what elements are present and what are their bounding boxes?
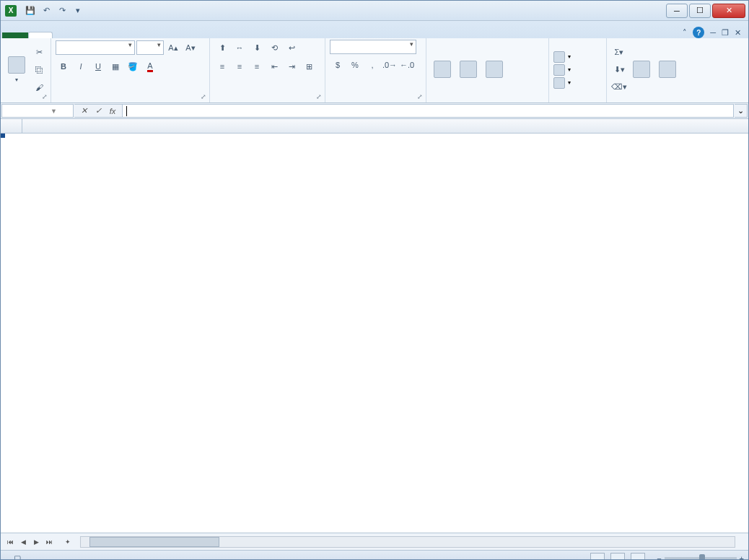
conditional-formatting-button[interactable] [431,59,454,81]
first-sheet-button[interactable]: ⏮ [4,535,17,548]
border-button[interactable]: ▦ [108,58,123,74]
doc-minimize-icon[interactable]: ─ [710,28,716,37]
tab-view[interactable] [168,32,191,38]
tab-addins[interactable] [191,32,214,38]
format-table-button[interactable] [457,59,480,81]
help-icon[interactable]: ? [693,27,704,38]
new-sheet-button[interactable]: ✦ [61,535,74,548]
decrease-indent-button[interactable]: ⇤ [266,58,282,74]
tab-review[interactable] [145,32,168,38]
doc-restore-icon[interactable]: ❐ [722,28,729,38]
alignment-launcher-icon[interactable]: ⤢ [315,92,323,101]
fill-color-button[interactable]: 🪣 [125,58,141,74]
ribbon-minimize-icon[interactable]: ˄ [683,28,687,38]
pagebreak-view-button[interactable] [631,553,645,561]
enter-formula-button[interactable]: ✓ [92,105,105,118]
group-number [330,100,421,101]
align-center-button[interactable]: ≡ [232,58,248,74]
fill-button[interactable]: ⬇▾ [611,62,627,78]
expand-formula-icon[interactable]: ⌄ [735,104,748,118]
zoom-slider[interactable] [665,557,737,560]
group-styles [431,100,544,101]
percent-button[interactable]: % [347,57,363,73]
horizontal-scrollbar[interactable] [80,536,735,548]
autosum-button[interactable]: Σ▾ [611,45,627,61]
select-all-corner[interactable] [1,119,22,133]
zoom-in-button[interactable]: + [740,554,744,561]
normal-view-button[interactable] [590,553,605,561]
scroll-thumb[interactable] [89,537,219,547]
tab-data[interactable] [122,32,145,38]
cancel-formula-button[interactable]: ✕ [77,105,90,118]
group-font [56,100,205,101]
paste-button[interactable]: ▾ [5,55,28,84]
sort-filter-button[interactable] [630,59,653,81]
font-name-select[interactable] [56,40,135,55]
tab-expector[interactable] [284,32,307,38]
tab-pagelayout[interactable] [76,32,99,38]
orientation-button[interactable]: ⟲ [266,40,282,56]
insert-function-button[interactable]: fx [106,105,119,118]
currency-button[interactable]: $ [330,57,346,73]
italic-button[interactable]: I [73,58,89,74]
pagelayout-view-button[interactable] [610,553,625,561]
tab-bumblebee[interactable] [260,32,284,38]
qat-undo-icon[interactable]: ↶ [39,4,53,18]
decrease-decimal-button[interactable]: ←.0 [399,57,415,73]
formula-bar: ▼ ✕ ✓ fx ⌄ [1,103,748,119]
increase-indent-button[interactable]: ⇥ [284,58,299,74]
tab-loadtest[interactable] [237,32,260,38]
minimize-button[interactable]: ─ [666,4,688,18]
decrease-font-button[interactable]: A▾ [183,40,198,56]
prev-sheet-button[interactable]: ◀ [17,535,30,548]
increase-font-button[interactable]: A▴ [165,40,181,56]
table-icon [460,61,477,78]
qat-customize-icon[interactable]: ▾ [71,4,85,18]
clipboard-launcher-icon[interactable]: ⤢ [40,92,49,101]
delete-cells-button[interactable]: ▾ [553,64,571,76]
increase-decimal-button[interactable]: .0→ [382,57,398,73]
selection-range [1,134,2,135]
clear-button[interactable]: ⌫▾ [611,79,627,95]
formula-input[interactable] [123,104,734,118]
align-middle-button[interactable]: ↔ [232,40,248,56]
align-top-button[interactable]: ⬆ [214,40,230,56]
tab-home[interactable] [28,32,53,38]
comma-button[interactable]: , [364,57,380,73]
maximize-button[interactable]: ☐ [689,4,711,18]
qat-redo-icon[interactable]: ↷ [55,4,69,18]
align-bottom-button[interactable]: ⬇ [249,40,265,56]
font-size-select[interactable] [136,40,164,55]
last-sheet-button[interactable]: ⏭ [43,535,56,548]
align-right-button[interactable]: ≡ [249,58,265,74]
align-left-button[interactable]: ≡ [214,58,230,74]
bold-button[interactable]: B [56,58,71,74]
cell-styles-button[interactable] [483,59,506,81]
underline-button[interactable]: U [90,58,106,74]
number-format-select[interactable] [330,40,416,54]
find-select-button[interactable] [656,59,679,81]
tab-insert[interactable] [53,32,76,38]
insert-cells-button[interactable]: ▾ [553,51,571,63]
merge-button[interactable]: ⊞ [301,58,317,74]
number-launcher-icon[interactable]: ⤢ [416,92,424,101]
wrap-text-button[interactable]: ↩ [284,40,299,56]
tab-formulas[interactable] [99,32,122,38]
find-icon [659,61,676,78]
name-box[interactable]: ▼ [1,104,74,118]
zoom-out-button[interactable]: − [657,554,661,561]
format-cells-button[interactable]: ▾ [553,77,571,89]
tab-file[interactable] [2,32,28,38]
delete-icon [553,64,565,76]
copy-button[interactable]: ⿻ [31,62,47,78]
close-button[interactable]: ✕ [712,4,745,18]
macro-record-icon[interactable]: ▢ [14,554,21,560]
font-launcher-icon[interactable]: ⤢ [199,92,208,101]
doc-close-icon[interactable]: ✕ [735,28,741,38]
font-color-button[interactable]: A [142,58,158,74]
next-sheet-button[interactable]: ▶ [30,535,43,548]
qat-save-icon[interactable]: 💾 [23,4,38,18]
paste-icon [8,56,25,74]
tab-vba[interactable] [214,32,237,38]
cut-button[interactable]: ✂ [31,45,47,61]
